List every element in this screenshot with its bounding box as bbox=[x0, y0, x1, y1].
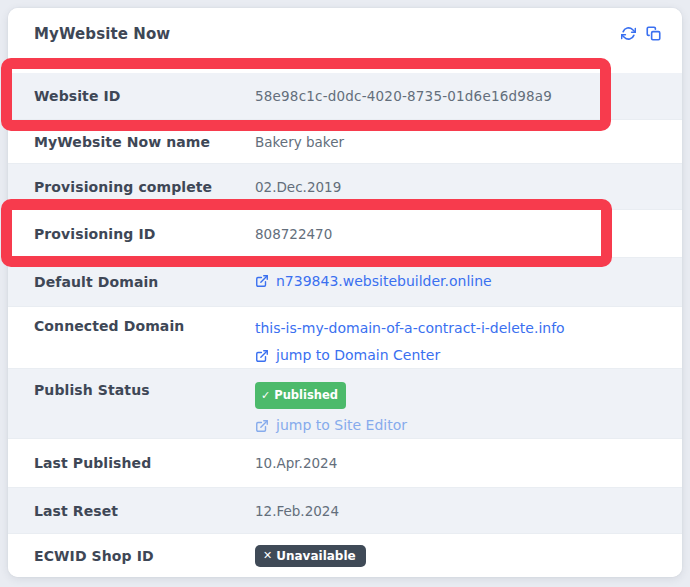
row-label: ECWID Shop ID bbox=[34, 548, 255, 564]
unavailable-status-badge: ✕ Unavailable bbox=[255, 545, 366, 567]
refresh-icon[interactable] bbox=[619, 25, 637, 43]
card-title: MyWebsite Now bbox=[34, 25, 170, 43]
row-last-published: Last Published 10.Apr.2024 bbox=[8, 438, 682, 487]
site-name-value: Bakery baker bbox=[255, 134, 344, 150]
row-label: Connected Domain bbox=[34, 318, 255, 334]
last-reset-value: 12.Feb.2024 bbox=[255, 503, 339, 519]
row-provisioning-complete: Provisioning complete 02.Dec.2019 bbox=[8, 163, 682, 209]
copy-icon[interactable] bbox=[644, 25, 662, 43]
default-domain-link[interactable]: n739843.websitebuilder.online bbox=[255, 273, 492, 289]
row-ecwid-shop-id: ECWID Shop ID ✕ Unavailable bbox=[8, 533, 682, 577]
check-icon: ✓ bbox=[261, 390, 270, 401]
row-connected-domain: Connected Domain this-is-my-domain-of-a-… bbox=[8, 306, 682, 368]
jump-to-domain-center-text: jump to Domain Center bbox=[276, 345, 440, 366]
row-label: Provisioning ID bbox=[34, 226, 255, 242]
row-mywebsite-now-name: MyWebsite Now name Bakery baker bbox=[8, 119, 682, 163]
external-link-icon bbox=[255, 274, 269, 288]
row-label: Default Domain bbox=[34, 274, 255, 290]
external-link-icon bbox=[255, 419, 269, 433]
default-domain-text: n739843.websitebuilder.online bbox=[276, 273, 492, 289]
website-id-value: 58e98c1c-d0dc-4020-8735-01d6e16d98a9 bbox=[255, 88, 552, 104]
connected-domain-text: this-is-my-domain-of-a-contract-i-delete… bbox=[255, 318, 565, 339]
row-last-reset: Last Reset 12.Feb.2024 bbox=[8, 487, 682, 533]
header-icons bbox=[619, 25, 662, 43]
published-status-badge: ✓ Published bbox=[255, 382, 346, 409]
provisioning-complete-value: 02.Dec.2019 bbox=[255, 179, 341, 195]
row-publish-status: Publish Status ✓ Published jump to Site … bbox=[8, 368, 682, 438]
jump-to-site-editor-text: jump to Site Editor bbox=[276, 415, 407, 436]
published-badge-text: Published bbox=[274, 385, 338, 406]
jump-to-site-editor-link[interactable]: jump to Site Editor bbox=[255, 415, 407, 436]
row-label: Last Reset bbox=[34, 503, 255, 519]
row-label: Last Published bbox=[34, 455, 255, 471]
row-label: Publish Status bbox=[34, 382, 255, 398]
row-label: MyWebsite Now name bbox=[34, 134, 255, 150]
website-details-card: MyWebsite Now Website ID 58e98c1c-d0dc-4… bbox=[8, 8, 682, 577]
jump-to-domain-center-link[interactable]: jump to Domain Center bbox=[255, 345, 440, 366]
cross-icon: ✕ bbox=[263, 550, 272, 561]
unavailable-badge-text: Unavailable bbox=[276, 549, 355, 563]
external-link-icon bbox=[255, 349, 269, 363]
connected-domain-link[interactable]: this-is-my-domain-of-a-contract-i-delete… bbox=[255, 318, 565, 339]
row-website-id: Website ID 58e98c1c-d0dc-4020-8735-01d6e… bbox=[8, 73, 682, 119]
card-header: MyWebsite Now bbox=[8, 8, 682, 73]
row-default-domain: Default Domain n739843.websitebuilder.on… bbox=[8, 257, 682, 306]
row-provisioning-id: Provisioning ID 808722470 bbox=[8, 209, 682, 257]
row-label: Website ID bbox=[34, 88, 255, 104]
last-published-value: 10.Apr.2024 bbox=[255, 455, 337, 471]
row-label: Provisioning complete bbox=[34, 179, 255, 195]
provisioning-id-value: 808722470 bbox=[255, 226, 332, 242]
